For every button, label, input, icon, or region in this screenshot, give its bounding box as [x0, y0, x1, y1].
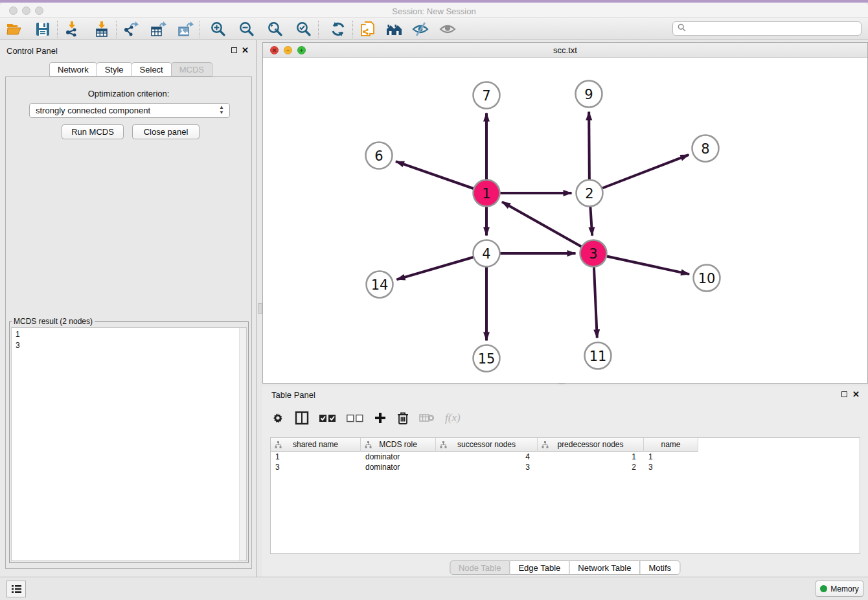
tab-mcds[interactable]: MCDS: [171, 62, 212, 76]
cell-successor-nodes[interactable]: 3: [436, 462, 538, 472]
memory-button[interactable]: Memory: [816, 581, 863, 597]
deselect-all-columns-icon[interactable]: [347, 414, 363, 422]
close-panel-button[interactable]: Close panel: [132, 124, 200, 139]
run-mcds-button[interactable]: Run MCDS: [62, 124, 124, 139]
node-11[interactable]: 11: [585, 343, 611, 369]
edge-2-8[interactable]: [589, 155, 689, 193]
column-layout-icon[interactable]: [295, 411, 309, 425]
network-view-window: ✕ − + scc.txt 1234678910111415: [262, 42, 868, 384]
new-network-from-selection-icon[interactable]: [358, 20, 376, 38]
function-builder-icon[interactable]: f(x): [445, 411, 461, 424]
table-settings-icon[interactable]: [271, 411, 284, 424]
cell-MCDS-role[interactable]: dominator: [361, 452, 436, 462]
tab-select[interactable]: Select: [131, 62, 172, 76]
open-file-icon[interactable]: [5, 20, 23, 38]
column-header-shared-name[interactable]: shared name: [271, 438, 361, 452]
svg-text:1: 1: [482, 186, 490, 202]
cell-predecessor-nodes[interactable]: 2: [538, 462, 644, 472]
vertical-splitter-handle[interactable]: [258, 303, 262, 314]
float-panel-icon[interactable]: [231, 47, 237, 53]
export-image-icon[interactable]: [176, 20, 194, 38]
node-4[interactable]: 4: [474, 240, 500, 267]
export-table-icon[interactable]: [149, 20, 167, 38]
zoom-selected-icon[interactable]: [295, 20, 313, 38]
search-field[interactable]: [672, 21, 862, 36]
save-session-icon[interactable]: [34, 20, 52, 38]
cell-name[interactable]: 3: [644, 462, 698, 472]
tab-style[interactable]: Style: [97, 62, 132, 76]
column-header-MCDS-role[interactable]: MCDS role: [361, 438, 436, 452]
node-7[interactable]: 7: [474, 82, 500, 109]
result-scrollbar[interactable]: [239, 328, 246, 560]
node-6[interactable]: 6: [366, 143, 393, 169]
import-network-icon[interactable]: [63, 20, 81, 38]
task-history-button[interactable]: [6, 581, 26, 597]
column-header-name[interactable]: name: [644, 438, 698, 452]
status-bar: Memory: [0, 577, 868, 600]
node-3[interactable]: 3: [580, 240, 607, 267]
tab-network[interactable]: Network: [49, 62, 97, 76]
zoom-out-icon[interactable]: [238, 20, 256, 38]
criterion-select[interactable]: strongly connected component ▲▼: [29, 103, 230, 118]
edge-3-10[interactable]: [593, 253, 689, 274]
edge-1-6[interactable]: [396, 161, 486, 193]
mcds-panel-body: Optimization criterion: strongly connect…: [5, 76, 252, 569]
network-window-title: scc.txt: [263, 45, 867, 55]
float-table-panel-icon[interactable]: [841, 391, 847, 397]
svg-text:9: 9: [584, 87, 593, 102]
export-network-icon[interactable]: [122, 20, 140, 38]
first-neighbors-icon[interactable]: [385, 20, 404, 38]
zoom-fit-icon[interactable]: [266, 20, 284, 38]
svg-text:6: 6: [374, 148, 383, 164]
svg-text:11: 11: [589, 349, 607, 364]
tab-node-table[interactable]: Node Table: [450, 560, 510, 575]
edge-3-1[interactable]: [502, 202, 593, 253]
zoom-in-icon[interactable]: [209, 20, 227, 38]
node-1[interactable]: 1: [474, 180, 500, 207]
close-table-panel-icon[interactable]: ✕: [852, 391, 860, 398]
cell-name[interactable]: 1: [644, 452, 698, 462]
column-header-successor-nodes[interactable]: successor nodes: [436, 438, 538, 452]
node-15[interactable]: 15: [474, 345, 500, 372]
column-header-label: shared name: [293, 440, 338, 449]
select-all-columns-icon[interactable]: [319, 414, 336, 422]
cell-shared-name[interactable]: 1: [271, 452, 361, 462]
node-9[interactable]: 9: [576, 81, 602, 108]
network-window-titlebar: ✕ − + scc.txt: [263, 43, 867, 58]
import-table-icon[interactable]: [93, 20, 111, 38]
table-row[interactable]: 1dominator411: [271, 452, 860, 462]
cell-MCDS-role[interactable]: dominator: [361, 462, 436, 472]
delete-column-icon[interactable]: [397, 411, 409, 425]
tab-motifs[interactable]: Motifs: [639, 560, 680, 575]
toolbar-separator: [116, 21, 117, 38]
hide-selection-icon[interactable]: [411, 20, 429, 38]
network-graph-canvas[interactable]: 1234678910111415: [263, 58, 867, 383]
toolbar-separator: [352, 21, 353, 38]
tab-network-table[interactable]: Network Table: [569, 560, 640, 575]
cell-predecessor-nodes[interactable]: 1: [538, 452, 644, 462]
close-panel-icon[interactable]: ✕: [242, 47, 249, 54]
cell-shared-name[interactable]: 3: [271, 462, 361, 472]
cell-successor-nodes[interactable]: 4: [436, 452, 538, 462]
add-column-icon[interactable]: [374, 411, 387, 424]
node-14[interactable]: 14: [367, 271, 393, 298]
tab-edge-table[interactable]: Edge Table: [509, 560, 569, 575]
table-header-row: shared nameMCDS rolesuccessor nodesprede…: [271, 438, 860, 452]
control-panel-tabs: Network Style Select MCDS: [50, 62, 212, 76]
svg-text:4: 4: [482, 246, 490, 262]
show-all-icon[interactable]: [439, 20, 457, 38]
list-icon: [11, 584, 22, 594]
svg-text:10: 10: [698, 271, 716, 286]
search-input[interactable]: [689, 23, 861, 34]
toolbar-separator: [318, 21, 319, 38]
delete-table-icon[interactable]: [419, 413, 435, 423]
search-icon: [678, 23, 686, 34]
table-row[interactable]: 3dominator323: [271, 462, 860, 472]
node-8[interactable]: 8: [692, 135, 719, 162]
svg-text:15: 15: [478, 351, 496, 367]
node-2[interactable]: 2: [577, 180, 603, 207]
refresh-icon[interactable]: [329, 20, 347, 38]
window-title: Session: New Session: [0, 6, 868, 16]
node-10[interactable]: 10: [694, 265, 720, 292]
column-header-predecessor-nodes[interactable]: predecessor nodes: [538, 438, 644, 452]
